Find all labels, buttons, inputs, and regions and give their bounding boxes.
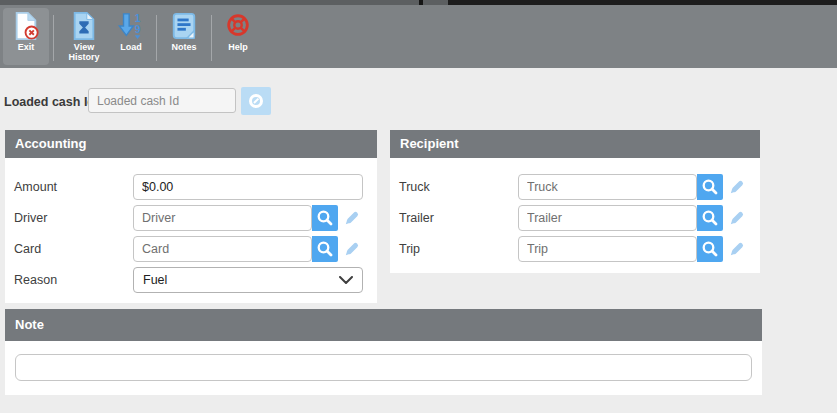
notes-button[interactable]: Notes: [161, 8, 207, 65]
card-row: Card: [5, 236, 377, 262]
card-edit-pencil-icon[interactable]: [343, 240, 361, 258]
amount-input[interactable]: [133, 174, 363, 200]
svg-text:9: 9: [135, 24, 141, 35]
view-history-button-label: View History: [61, 42, 107, 62]
toolbar-separator: [156, 15, 157, 61]
chevron-down-icon: [339, 276, 353, 284]
amount-label: Amount: [5, 180, 133, 194]
search-icon: [316, 209, 334, 227]
trailer-edit-pencil-icon[interactable]: [728, 209, 746, 227]
accounting-section-body: Amount Driver: [5, 158, 377, 303]
load-button[interactable]: 1 9 Load: [110, 8, 152, 65]
svg-text:1: 1: [135, 13, 141, 24]
load-button-label: Load: [120, 42, 142, 52]
help-icon: [224, 11, 252, 41]
search-disabled-icon: [247, 92, 265, 110]
view-history-button[interactable]: View History: [58, 8, 110, 65]
load-icon: 1 9: [117, 11, 145, 41]
notes-button-label: Notes: [171, 42, 196, 52]
trip-row: Trip: [390, 236, 760, 262]
trip-search-button[interactable]: [697, 236, 723, 262]
search-icon: [701, 240, 719, 258]
reason-select-value: Fuel: [143, 273, 167, 287]
card-search-button[interactable]: [312, 236, 338, 262]
toolbar-separator: [211, 15, 212, 61]
loaded-cash-id-search-button[interactable]: [241, 87, 271, 115]
truck-search-button[interactable]: [697, 174, 723, 200]
recipient-section-body: Truck: [390, 158, 760, 273]
trailer-input[interactable]: [518, 205, 697, 231]
help-button[interactable]: Help: [216, 8, 260, 65]
recipient-section-header: Recipient: [390, 130, 760, 158]
help-button-label: Help: [228, 42, 248, 52]
loaded-cash-id-input[interactable]: [88, 88, 236, 113]
trailer-row: Trailer: [390, 205, 760, 231]
exit-button[interactable]: Exit: [3, 8, 49, 65]
note-input[interactable]: [15, 354, 752, 381]
truck-input[interactable]: [518, 174, 697, 200]
card-label: Card: [5, 242, 133, 256]
search-icon: [701, 178, 719, 196]
cash-load-window: Exit View History 1 9 Load: [0, 0, 837, 413]
truck-label: Truck: [390, 180, 518, 194]
reason-row: Reason Fuel: [5, 267, 377, 293]
card-input[interactable]: [133, 236, 312, 262]
driver-edit-pencil-icon[interactable]: [343, 209, 361, 227]
view-history-icon: [70, 11, 98, 41]
accounting-section-header: Accounting: [5, 130, 377, 158]
recipient-section: Recipient Truck: [390, 130, 760, 273]
toolbar: Exit View History 1 9 Load: [0, 5, 837, 68]
toolbar-separator: [53, 15, 54, 61]
trip-label: Trip: [390, 242, 518, 256]
truck-row: Truck: [390, 174, 760, 200]
driver-search-button[interactable]: [312, 205, 338, 231]
trip-edit-pencil-icon[interactable]: [728, 240, 746, 258]
driver-input[interactable]: [133, 205, 312, 231]
driver-row: Driver: [5, 205, 377, 231]
trailer-search-button[interactable]: [697, 205, 723, 231]
truck-edit-pencil-icon[interactable]: [728, 178, 746, 196]
reason-label: Reason: [5, 273, 133, 287]
exit-icon: [12, 11, 40, 41]
exit-button-label: Exit: [18, 42, 35, 52]
note-section-body: [5, 341, 762, 395]
driver-label: Driver: [5, 211, 133, 225]
trailer-label: Trailer: [390, 211, 518, 225]
note-section-header: Note: [5, 309, 762, 341]
amount-row: Amount: [5, 174, 377, 200]
notes-icon: [170, 11, 198, 41]
search-icon: [701, 209, 719, 227]
search-icon: [316, 240, 334, 258]
accounting-section: Accounting Amount Driver: [5, 130, 377, 303]
loaded-cash-id-label: Loaded cash Id: [4, 95, 95, 109]
note-section: Note: [5, 309, 762, 395]
trip-input[interactable]: [518, 236, 697, 262]
reason-select[interactable]: Fuel: [133, 267, 363, 293]
